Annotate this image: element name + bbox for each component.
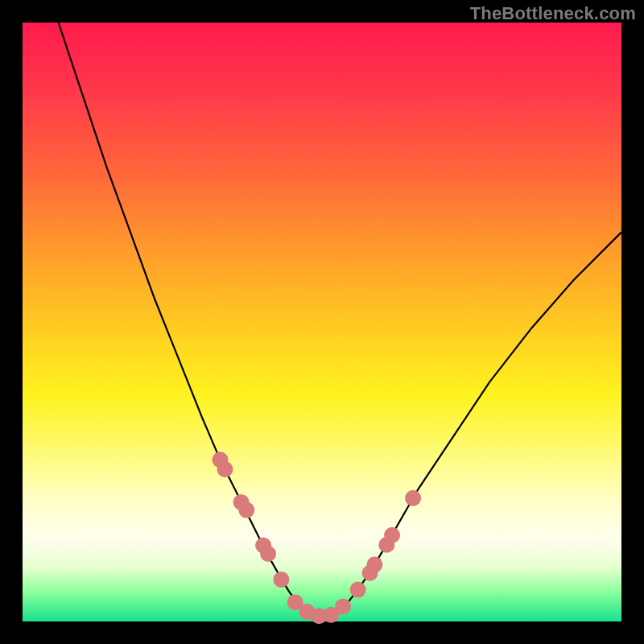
marker-dot: [350, 582, 366, 598]
marker-group: [213, 452, 422, 624]
marker-dot: [384, 527, 400, 543]
marker-dot: [405, 490, 421, 506]
chart-svg: [23, 23, 621, 621]
watermark-text: TheBottleneck.com: [470, 3, 636, 24]
marker-dot: [335, 598, 351, 614]
marker-dot: [238, 502, 254, 518]
plot-area: [23, 23, 621, 621]
marker-dot: [217, 461, 233, 477]
marker-dot: [273, 572, 289, 588]
bottleneck-curve: [59, 23, 621, 617]
marker-dot: [260, 546, 276, 562]
marker-dot: [366, 556, 382, 572]
chart-stage: TheBottleneck.com: [0, 0, 644, 644]
